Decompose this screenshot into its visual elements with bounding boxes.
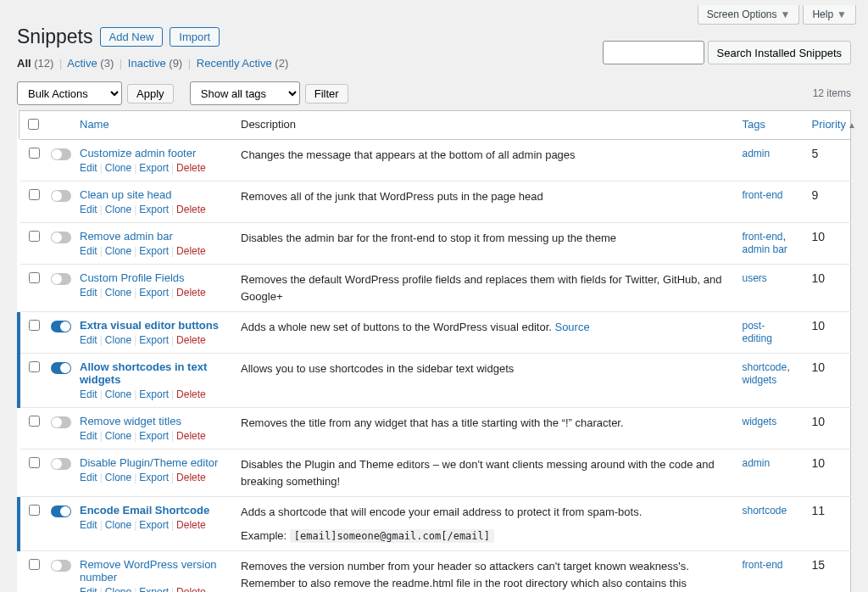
edit-link[interactable]: Edit	[80, 388, 97, 400]
edit-link[interactable]: Edit	[80, 472, 97, 483]
screen-options-tab[interactable]: Screen Options▼	[698, 5, 800, 25]
delete-link[interactable]: Delete	[176, 245, 206, 257]
tag-link[interactable]: users	[743, 272, 767, 284]
clone-link[interactable]: Clone	[105, 334, 131, 346]
edit-link[interactable]: Edit	[80, 245, 97, 257]
import-button[interactable]: Import	[170, 27, 220, 47]
snippet-title-link[interactable]: Remove widget titles	[80, 415, 224, 427]
activate-toggle[interactable]	[51, 458, 71, 470]
delete-link[interactable]: Delete	[176, 430, 206, 442]
clone-link[interactable]: Clone	[105, 204, 131, 215]
row-checkbox[interactable]	[29, 457, 40, 468]
activate-toggle[interactable]	[51, 232, 71, 243]
row-checkbox[interactable]	[29, 505, 40, 516]
search-input[interactable]	[603, 41, 704, 64]
delete-link[interactable]: Delete	[176, 586, 206, 592]
edit-link[interactable]: Edit	[80, 430, 97, 442]
export-link[interactable]: Export	[139, 586, 169, 592]
tag-link[interactable]: front-end	[743, 189, 783, 201]
row-checkbox[interactable]	[29, 361, 40, 372]
snippet-title-link[interactable]: Remove WordPress version number	[80, 558, 224, 584]
delete-link[interactable]: Delete	[176, 519, 206, 531]
edit-link[interactable]: Edit	[80, 287, 97, 299]
bulk-actions-select[interactable]: Bulk Actions	[17, 81, 122, 105]
clone-link[interactable]: Clone	[105, 519, 131, 531]
search-button[interactable]: Search Installed Snippets	[708, 41, 851, 64]
snippet-title-link[interactable]: Customize admin footer	[80, 147, 224, 159]
tag-link[interactable]: post-editing	[743, 320, 772, 344]
snippet-title-link[interactable]: Remove admin bar	[80, 230, 224, 243]
snippet-title-link[interactable]: Encode Email Shortcode	[80, 504, 224, 517]
col-name[interactable]: Name	[80, 118, 109, 131]
filter-active[interactable]: Active	[67, 57, 97, 70]
edit-link[interactable]: Edit	[80, 162, 97, 174]
edit-link[interactable]: Edit	[80, 586, 97, 592]
tag-link[interactable]: admin	[743, 148, 771, 159]
tag-link[interactable]: front-end	[743, 559, 783, 571]
filter-button[interactable]: Filter	[305, 84, 348, 103]
tag-link[interactable]: shortcode	[743, 505, 787, 517]
row-checkbox[interactable]	[29, 272, 40, 283]
activate-toggle[interactable]	[51, 148, 71, 160]
export-link[interactable]: Export	[139, 430, 169, 442]
filter-inactive[interactable]: Inactive	[128, 57, 166, 70]
export-link[interactable]: Export	[139, 519, 169, 531]
snippet-title-link[interactable]: Allow shortcodes in text widgets	[80, 360, 224, 386]
help-tab[interactable]: Help▼	[803, 5, 856, 25]
row-checkbox[interactable]	[29, 559, 40, 570]
tag-link[interactable]: shortcode	[743, 361, 787, 373]
edit-link[interactable]: Edit	[80, 519, 97, 531]
activate-toggle[interactable]	[51, 505, 71, 517]
apply-button[interactable]: Apply	[127, 84, 174, 103]
clone-link[interactable]: Clone	[105, 162, 131, 174]
export-link[interactable]: Export	[139, 162, 169, 174]
snippet-title-link[interactable]: Custom Profile Fields	[80, 271, 224, 284]
activate-toggle[interactable]	[51, 362, 71, 374]
add-new-button[interactable]: Add New	[100, 27, 164, 47]
row-checkbox[interactable]	[29, 148, 40, 159]
tag-link[interactable]: admin	[743, 457, 771, 469]
export-link[interactable]: Export	[139, 204, 169, 215]
tag-link[interactable]: admin bar	[743, 243, 787, 255]
export-link[interactable]: Export	[139, 388, 169, 400]
snippet-title-link[interactable]: Clean up site head	[80, 188, 224, 201]
clone-link[interactable]: Clone	[105, 245, 131, 257]
row-checkbox[interactable]	[29, 416, 40, 427]
delete-link[interactable]: Delete	[176, 204, 206, 215]
tag-link[interactable]: widgets	[743, 374, 777, 386]
edit-link[interactable]: Edit	[80, 334, 97, 346]
delete-link[interactable]: Delete	[176, 334, 206, 346]
tag-link[interactable]: front-end	[743, 231, 783, 243]
clone-link[interactable]: Clone	[105, 287, 131, 299]
snippet-title-link[interactable]: Extra visual editor buttons	[80, 319, 224, 332]
activate-toggle[interactable]	[51, 321, 71, 332]
activate-toggle[interactable]	[51, 190, 71, 202]
snippet-title-link[interactable]: Disable Plugin/Theme editor	[80, 456, 224, 469]
clone-link[interactable]: Clone	[105, 430, 131, 442]
export-link[interactable]: Export	[139, 245, 169, 257]
filter-recently-active[interactable]: Recently Active	[197, 57, 272, 70]
delete-link[interactable]: Delete	[176, 472, 206, 483]
tag-filter-select[interactable]: Show all tags	[190, 81, 300, 105]
delete-link[interactable]: Delete	[176, 388, 206, 400]
delete-link[interactable]: Delete	[176, 287, 206, 299]
delete-link[interactable]: Delete	[176, 162, 206, 174]
export-link[interactable]: Export	[139, 334, 169, 346]
row-checkbox[interactable]	[29, 320, 40, 331]
export-link[interactable]: Export	[139, 287, 169, 299]
clone-link[interactable]: Clone	[105, 388, 131, 400]
col-tags[interactable]: Tags	[743, 118, 765, 131]
select-all-checkbox[interactable]	[28, 119, 39, 130]
tag-link[interactable]: widgets	[743, 416, 777, 427]
row-checkbox[interactable]	[29, 189, 40, 200]
row-checkbox[interactable]	[29, 231, 40, 242]
filter-all[interactable]: All	[17, 57, 31, 70]
edit-link[interactable]: Edit	[80, 204, 97, 215]
source-link[interactable]: Source	[554, 321, 589, 333]
activate-toggle[interactable]	[51, 273, 71, 285]
activate-toggle[interactable]	[51, 416, 71, 428]
activate-toggle[interactable]	[51, 560, 71, 572]
export-link[interactable]: Export	[139, 472, 169, 483]
col-priority[interactable]: Priority▲	[812, 118, 856, 131]
clone-link[interactable]: Clone	[105, 472, 131, 483]
